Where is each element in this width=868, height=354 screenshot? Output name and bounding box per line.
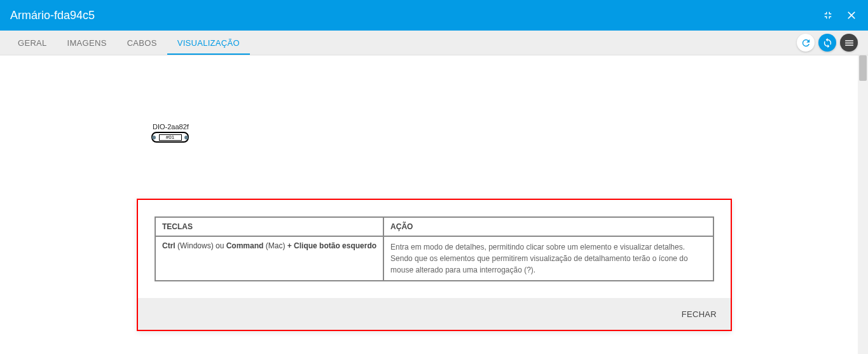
- header-keys: TECLAS: [155, 217, 383, 236]
- app-header: Armário-fda94c5: [0, 0, 868, 31]
- tab-imagens[interactable]: IMAGENS: [57, 31, 117, 55]
- toolbar-actions: [797, 31, 868, 55]
- tab-visualizacao[interactable]: VISUALIZAÇÃO: [167, 31, 250, 55]
- device-node[interactable]: DIO-2aa82f #01: [151, 123, 189, 143]
- device-port[interactable]: #01: [159, 134, 182, 141]
- reload-button[interactable]: [818, 34, 836, 52]
- tab-cabos[interactable]: CABOS: [117, 31, 167, 55]
- refresh-button[interactable]: [797, 34, 815, 52]
- tabs: GERAL IMAGENS CABOS VISUALIZAÇÃO: [0, 31, 250, 55]
- header-actions: [822, 9, 858, 22]
- table-row: Ctrl (Windows) ou Command (Mac) + Clique…: [155, 236, 713, 281]
- fullscreen-exit-icon[interactable]: [822, 10, 834, 21]
- close-icon[interactable]: [845, 9, 858, 22]
- scrollbar-thumb[interactable]: [859, 55, 867, 81]
- shortcuts-table: TECLAS AÇÃO Ctrl (Windows) ou Command (M…: [155, 216, 714, 281]
- close-button[interactable]: FECHAR: [682, 309, 717, 319]
- header-action: AÇÃO: [383, 217, 713, 236]
- scrollbar[interactable]: [858, 55, 868, 354]
- tabs-bar: GERAL IMAGENS CABOS VISUALIZAÇÃO: [0, 31, 868, 55]
- device-shape[interactable]: #01: [151, 132, 189, 143]
- table-header-row: TECLAS AÇÃO: [155, 217, 713, 236]
- canvas-area[interactable]: DIO-2aa82f #01 TECLAS AÇÃO Ctrl (Windows…: [0, 55, 868, 354]
- cell-keys: Ctrl (Windows) ou Command (Mac) + Clique…: [155, 236, 383, 281]
- help-dialog: TECLAS AÇÃO Ctrl (Windows) ou Command (M…: [137, 199, 732, 331]
- dialog-footer: FECHAR: [138, 298, 731, 330]
- dialog-body: TECLAS AÇÃO Ctrl (Windows) ou Command (M…: [138, 200, 731, 298]
- device-label: DIO-2aa82f: [151, 123, 189, 131]
- menu-button[interactable]: [840, 34, 858, 52]
- tab-geral[interactable]: GERAL: [8, 31, 57, 55]
- page-title: Armário-fda94c5: [10, 9, 95, 22]
- cell-action: Entra em modo de detalhes, permitindo cl…: [383, 236, 713, 281]
